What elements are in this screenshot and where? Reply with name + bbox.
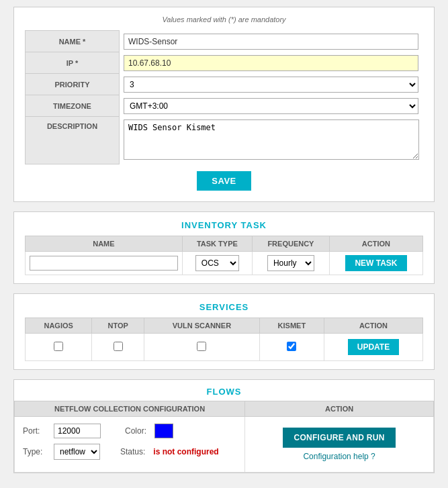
priority-select[interactable]: 3 1 2 4 5	[124, 77, 418, 93]
priority-label: PRIORITY	[26, 74, 120, 95]
inventory-col-name: NAME	[26, 236, 183, 252]
mandatory-note: Values marked with (*) are mandatory	[25, 15, 423, 23]
inventory-col-action: ACTION	[329, 236, 422, 252]
services-col-kismet: KISMET	[259, 318, 324, 334]
ip-label: IP *	[26, 52, 120, 74]
type-label: Type:	[23, 447, 48, 456]
save-button[interactable]: SAVE	[197, 171, 251, 191]
color-picker[interactable]	[154, 424, 173, 438]
vuln-scanner-checkbox[interactable]	[197, 342, 206, 351]
flows-col-action: ACTION	[245, 401, 434, 417]
nagios-checkbox[interactable]	[54, 342, 63, 351]
timezone-select[interactable]: GMT+3:00 GMT+0:00 GMT-5:00	[124, 98, 418, 114]
new-task-button[interactable]: NEW TASK	[345, 255, 406, 271]
port-label: Port:	[23, 426, 48, 436]
services-col-action: ACTION	[324, 318, 422, 334]
configure-run-button[interactable]: CONFIGURE AND RUN	[283, 428, 395, 448]
ntop-checkbox[interactable]	[114, 342, 123, 351]
config-help-link[interactable]: Configuration help ?	[253, 452, 425, 461]
inventory-name-input[interactable]	[30, 256, 178, 271]
timezone-label: TIMEZONE	[26, 95, 120, 117]
color-label: Color:	[125, 426, 146, 436]
kismet-checkbox[interactable]	[287, 342, 296, 351]
flows-title: FLOWS	[14, 380, 434, 401]
status-value: is not configured	[153, 447, 218, 456]
ip-input[interactable]	[124, 55, 418, 71]
services-title: SERVICES	[25, 302, 423, 312]
task-type-select[interactable]: OCS WMI NMAP	[195, 255, 239, 271]
inventory-col-task-type: TASK TYPE	[182, 236, 252, 252]
port-input[interactable]	[54, 424, 101, 438]
services-col-ntop: NTOP	[92, 318, 144, 334]
services-col-vuln-scanner: VULN SCANNER	[144, 318, 260, 334]
flows-col-netflow: NETFLOW COLLECTION CONFIGURATION	[15, 401, 245, 417]
name-label: NAME *	[26, 31, 120, 52]
services-col-nagios: NAGIOS	[26, 318, 92, 334]
type-select[interactable]: netflow sflow ipfix	[54, 444, 100, 460]
description-textarea[interactable]: WIDS Sensor Kismet	[124, 119, 419, 160]
inventory-title: INVENTORY TASK	[25, 220, 423, 230]
status-label: Status:	[120, 447, 145, 456]
update-button[interactable]: UPDATE	[348, 339, 399, 355]
frequency-select[interactable]: Hourly Daily Weekly	[267, 255, 314, 271]
name-input[interactable]	[124, 34, 418, 50]
description-label: DESCRIPTION	[26, 117, 120, 164]
inventory-col-frequency: FREQUENCY	[252, 236, 329, 252]
